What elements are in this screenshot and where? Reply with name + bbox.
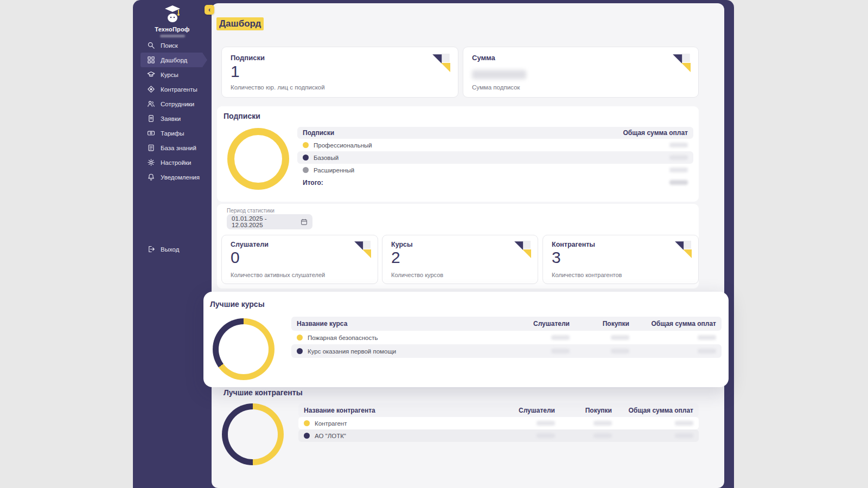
sidebar-item-requests[interactable]: Заявки — [133, 111, 212, 126]
sidebar-item-courses[interactable]: Курсы — [133, 67, 212, 82]
column-header: Слушатели — [479, 407, 555, 414]
table-row: Профессиональный — [297, 139, 693, 151]
hidden-value — [675, 433, 693, 438]
card-value: 3 — [552, 248, 561, 267]
row-label: Курс оказания первой помощи — [308, 348, 396, 355]
hidden-value — [593, 433, 612, 438]
sidebar-item-label: Настройки — [161, 159, 191, 166]
table-header-row: Название курса Слушатели Покупки Общая с… — [291, 317, 722, 331]
hidden-value — [669, 143, 688, 147]
sidebar-item-label: Поиск — [161, 42, 178, 49]
legend-dot — [297, 348, 303, 354]
card-subtitle: Количество юр. лиц с подпиской — [231, 84, 325, 91]
period-date-input[interactable]: 01.01.2025 - 12.03.2025 — [227, 214, 312, 229]
subscriptions-section: Подписки Подписки Общая сумма оплат Проф… — [217, 106, 699, 202]
row-label: Контрагент — [315, 420, 347, 427]
card-value: 2 — [391, 248, 400, 267]
legend-dot — [303, 142, 309, 148]
search-icon — [147, 41, 155, 49]
sidebar-item-tariffs[interactable]: Тарифы — [133, 126, 212, 140]
dashboard-icon — [147, 56, 155, 64]
card-value: 0 — [231, 248, 240, 267]
table-row: Курс оказания первой помощи — [291, 344, 722, 358]
courses-stat-card: Курсы 2 Количество курсов — [382, 235, 538, 284]
sidebar-item-label: База знаний — [161, 145, 196, 151]
period-label: Период статистики — [227, 208, 275, 214]
logo: ТехноПроф — [133, 3, 212, 37]
column-header: Покупки — [570, 320, 629, 328]
column-header: Общая сумма оплат — [601, 129, 688, 137]
listeners-stat-card: Слушатели 0 Количество активных слушател… — [221, 235, 378, 284]
period-value: 01.01.2025 - 12.03.2025 — [232, 215, 296, 228]
column-header: Общая сумма оплат — [629, 320, 716, 328]
card-title: Контрагенты — [552, 241, 595, 248]
hidden-value — [611, 335, 629, 340]
column-header: Название контрагента — [304, 407, 479, 414]
hidden-value — [611, 349, 629, 354]
contragents-stat-card: Контрагенты 3 Количество контрагентов — [542, 235, 699, 284]
column-header: Общая сумма оплат — [612, 407, 693, 414]
calendar-icon[interactable] — [301, 219, 308, 226]
corner-arrow-icon — [672, 54, 691, 72]
table-row: Базовый — [297, 151, 693, 164]
card-subtitle: Количество контрагентов — [552, 272, 622, 278]
hidden-value — [551, 335, 570, 340]
graduation-cap-icon — [147, 70, 155, 79]
table-row: Расширенный — [297, 164, 693, 176]
total-label: Итого: — [303, 179, 601, 187]
sidebar-item-knowledge-base[interactable]: База знаний — [133, 140, 212, 155]
hidden-value — [537, 433, 555, 438]
sidebar-item-label: Заявки — [161, 115, 181, 122]
sidebar-item-label: Тарифы — [161, 130, 184, 137]
logout-button[interactable]: Выход — [147, 245, 179, 253]
card-subtitle: Количество курсов — [391, 272, 443, 278]
logout-icon — [147, 245, 155, 253]
sidebar-item-dashboard[interactable]: Дашборд — [141, 53, 207, 67]
document-icon — [147, 114, 155, 123]
row-label: Пожарная безопасность — [308, 335, 378, 341]
legend-dot — [304, 420, 310, 426]
corner-arrow-icon — [354, 241, 371, 258]
legend-dot — [303, 155, 309, 160]
sidebar-collapse-button[interactable]: ‹ — [205, 5, 214, 15]
sidebar-item-employees[interactable]: Сотрудники — [133, 97, 212, 111]
table-header-row: Подписки Общая сумма оплат — [297, 127, 693, 139]
sidebar-item-label: Контрагенты — [161, 86, 197, 93]
sidebar-item-contragents[interactable]: Контрагенты — [133, 82, 212, 97]
legend-dot — [303, 167, 309, 173]
column-header: Покупки — [555, 407, 612, 414]
hidden-value — [472, 70, 526, 79]
diamond-icon — [147, 85, 155, 93]
legend-dot — [297, 335, 303, 341]
hidden-value — [698, 335, 716, 340]
card-title: Курсы — [391, 241, 413, 248]
column-header: Подписки — [303, 129, 601, 137]
row-label: Расширенный — [314, 167, 354, 174]
section-title: Лучшие контрагенты — [224, 388, 303, 397]
bell-icon — [147, 173, 155, 181]
column-header: Название курса — [297, 320, 488, 328]
sidebar-item-label: Сотрудники — [161, 101, 194, 107]
row-label: АО "ЛОТК" — [315, 433, 346, 439]
card-title: Подписки — [231, 54, 265, 62]
corner-arrow-icon — [674, 241, 692, 258]
sidebar-item-notifications[interactable]: Уведомления — [133, 170, 212, 184]
hidden-value — [669, 168, 688, 172]
hidden-value — [537, 421, 555, 426]
table-total-row: Итого: — [297, 176, 693, 189]
legend-dot — [304, 433, 310, 439]
sum-summary-card: Сумма Сумма подписок — [463, 47, 699, 98]
hidden-value — [551, 349, 570, 354]
sidebar-item-settings[interactable]: Настройки — [133, 155, 212, 170]
dashboard-screen: ТехноПроф Поиск Дашборд Курсы — [0, 0, 868, 488]
table-header-row: Название контрагента Слушатели Покупки О… — [298, 403, 699, 417]
sidebar-item-label: Дашборд — [161, 57, 187, 63]
sidebar-item-label: Уведомления — [161, 174, 200, 181]
best-contragents-table: Название контрагента Слушатели Покупки О… — [298, 403, 699, 442]
best-courses-card: Лучшие курсы Название курса Слушатели По… — [203, 292, 729, 387]
logout-label: Выход — [161, 246, 179, 253]
sidebar-item-search[interactable]: Поиск — [133, 38, 212, 53]
gear-icon — [147, 158, 155, 166]
subscriptions-donut-chart — [227, 128, 289, 190]
main-content: Дашборд Подписки 1 Количество юр. лиц с … — [212, 3, 724, 488]
